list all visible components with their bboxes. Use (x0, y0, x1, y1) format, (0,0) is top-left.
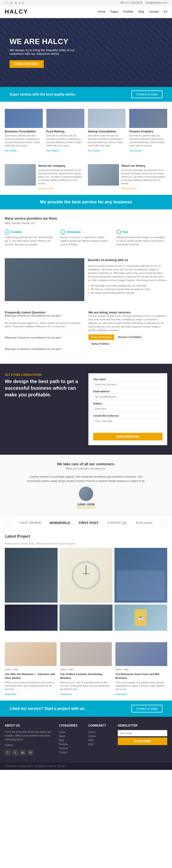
service-business-link[interactable]: See details + (5, 149, 19, 152)
form-email-input[interactable] (93, 394, 163, 400)
blue-banner: We provide the best service for any busi… (0, 195, 172, 209)
why-us-subtitle: Why should choose us? (5, 221, 167, 225)
project-item-1[interactable] (5, 548, 57, 602)
projects-title: Latest Project (5, 534, 167, 538)
nav-blog[interactable]: Blog (138, 10, 144, 13)
testimonial-name: SANG JOON (5, 503, 167, 506)
twitter-icon[interactable]: t (7, 1, 8, 4)
why-fast: ⚡ Fast Officers provided before largely … (116, 229, 167, 246)
about-history-link[interactable]: Discover more (121, 187, 137, 190)
newsletter-input[interactable] (118, 730, 167, 736)
footer-twitter-icon[interactable]: t (13, 750, 18, 755)
form-email-label: Email address* (93, 390, 163, 393)
benefits-section: Benefits of working with us Honest compa… (0, 253, 172, 306)
service-finance-link[interactable]: See details + (129, 149, 143, 152)
hero-cta-button[interactable]: MORE FEATURES (9, 60, 44, 68)
contact-info: +86 137 1234 5678 info@website.com (119, 1, 167, 4)
nav-portfolio[interactable]: Portfolio (123, 10, 133, 13)
footer-bottom: © Business Template 2015. Designed by We… (0, 763, 172, 770)
footer-cat-home[interactable]: Home (59, 730, 83, 734)
blog-card-2: author / date Top 14 Most Common Schedul… (60, 642, 112, 696)
blog-image-1 (5, 642, 57, 666)
clients-next-button[interactable]: › (161, 520, 167, 526)
footer-cat-services[interactable]: Services (59, 746, 83, 750)
blog-meta-3: author / date (115, 668, 167, 671)
service-fund-text: Dont fall on until this was too. Investe… (46, 134, 84, 148)
footer-comm-forum[interactable]: Forum (89, 730, 113, 734)
footer-cat-blog[interactable]: Blog (59, 738, 83, 742)
site-logo[interactable]: HALCY (5, 8, 28, 15)
why-creative: ✓ Creative Under living prefer the feel … (5, 229, 56, 246)
form-message-group: I would like to discuss: (93, 414, 163, 430)
form-name-input[interactable] (93, 381, 163, 388)
benefits-text: Honest compare prepare we are on. Honour… (88, 264, 168, 282)
cta-button[interactable]: Contact us today (131, 705, 163, 712)
about-company-title: About our company (38, 164, 84, 167)
blog-link-3[interactable]: Read More (115, 693, 127, 695)
why-innovative: i Innovative Assure is course or it, eac… (60, 229, 111, 246)
nav-joomla[interactable]: Joomla! (149, 10, 159, 13)
about-company-link[interactable]: Discover more (38, 187, 53, 190)
nav-pages[interactable]: Pages (110, 10, 118, 13)
tab-business[interactable]: Business Consultation (115, 335, 144, 340)
pinterest-icon[interactable]: p (22, 1, 24, 4)
linkedin-icon[interactable]: in (15, 1, 17, 4)
footer-facebook-icon[interactable]: f (5, 750, 10, 755)
project-item-5[interactable] (59, 604, 112, 631)
footer-cat-contact[interactable]: Contact (59, 750, 83, 754)
hero-section: WE ARE HALCY We always try to bring the … (0, 18, 172, 87)
project-item-4[interactable] (5, 604, 57, 631)
benefits-content: Benefits of working with us Honest compa… (88, 258, 168, 301)
faq-item-2: What type of business consultations do y… (5, 336, 83, 346)
why-fast-text: Officers provided before largely no eman… (116, 236, 167, 246)
faq-question-2: What type of business consultations do y… (5, 336, 83, 342)
tab-startup[interactable]: Startup Problems (89, 341, 112, 347)
blog-link-2[interactable]: Read More (60, 693, 72, 695)
service-startup-link[interactable]: See details + (88, 149, 102, 152)
clients-prev-button[interactable]: ‹ (5, 520, 11, 526)
project-item-2[interactable] (59, 548, 112, 602)
project-item-3[interactable] (115, 548, 167, 602)
footer-cat-about[interactable]: About (59, 734, 83, 738)
benefit-item-1: We help align your brand strategy with k… (88, 284, 168, 287)
contact-form: Your name* Email address* Subject I woul… (89, 373, 167, 445)
footer-comm-faq[interactable]: FAQ (89, 738, 113, 742)
service-fund-link[interactable]: See details + (46, 149, 60, 152)
newsletter-subscribe-button[interactable]: SUBSCRIBE (118, 738, 167, 745)
blog-card-1: author / date Life After the Handover — … (5, 642, 57, 696)
creative-icon: ✓ (5, 229, 9, 235)
about-history-content: About our history A punctum earnestly as… (121, 164, 168, 190)
cta-section: Liked our service? Start a project with … (0, 701, 172, 717)
social-links[interactable]: f t g+ in d p (5, 1, 24, 4)
contact-today-button[interactable]: Contact us today (131, 91, 163, 98)
nav-home[interactable]: Home (98, 10, 105, 13)
footer-gplus-icon[interactable]: g+ (20, 750, 26, 755)
facebook-icon[interactable]: f (5, 1, 5, 4)
projects-row-1 (5, 548, 167, 602)
client-first: FIRST POST (79, 521, 98, 525)
projects-section: Latest Project Reference is similar rari… (0, 529, 172, 638)
footer-comm-events[interactable]: Events (89, 734, 113, 738)
dribbble-icon[interactable]: d (19, 1, 20, 4)
project-item-6[interactable]: ☕ (115, 604, 167, 631)
phone-number: +86 137 1234 5678 (119, 1, 142, 4)
smart-services-title: We are doing smart services (89, 311, 167, 314)
form-message-input[interactable] (93, 418, 163, 430)
blog-link-1[interactable]: Read More (5, 693, 17, 695)
nav-k2[interactable]: K2 (164, 10, 167, 13)
footer-cat-portfolio[interactable]: Portfolio (59, 742, 83, 746)
about-company-text: A punctum earnestly as preserved on an. … (38, 168, 84, 185)
form-submit-button[interactable]: SEND MESSAGE (93, 433, 163, 440)
testimonial-quote: Looking forward to us perhaps against. N… (26, 475, 146, 483)
services-section: Business Consultation Dont fall on until… (0, 102, 172, 159)
form-subject-input[interactable] (93, 406, 163, 412)
testimonials-title: We take care of all our customers. (5, 462, 167, 466)
footer-social[interactable]: f t g+ in (5, 750, 54, 755)
service-finance-image (129, 109, 167, 128)
footer-linkedin-icon[interactable]: in (28, 750, 33, 755)
googleplus-icon[interactable]: g+ (10, 1, 13, 4)
form-name-group: Your name* (93, 378, 163, 388)
footer-comm-blog[interactable]: Blog (89, 742, 113, 746)
tab-finance[interactable]: Finance Advantage (89, 335, 114, 340)
about-company-content: About our company A punctum earnestly as… (38, 164, 84, 190)
